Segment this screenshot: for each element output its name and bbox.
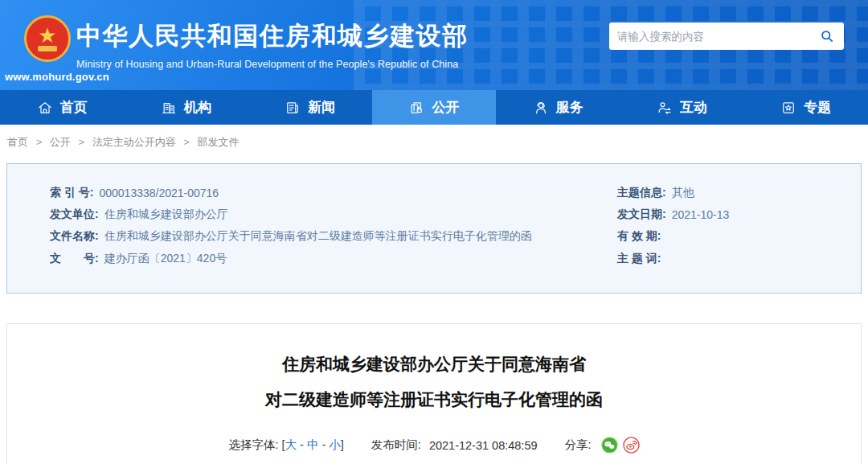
meta-value: 住房和城乡建设部办公厅	[104, 207, 228, 222]
meta-value: 建办厅函〔2021〕420号	[104, 252, 227, 266]
nav-label: 新闻	[308, 98, 335, 117]
meta-value: 其他	[672, 186, 694, 200]
breadcrumb: 首页 > 公开 > 法定主动公开内容 > 部发文件	[7, 135, 240, 150]
site-title-cn: 中华人民共和国住房和城乡建设部	[76, 19, 469, 53]
bracket-close: ]	[341, 438, 344, 451]
news-icon	[285, 100, 301, 116]
search-box	[609, 23, 844, 50]
search-input[interactable]	[617, 31, 818, 43]
nav-item-news[interactable]: 新闻	[248, 90, 372, 125]
disclosure-icon	[408, 100, 424, 116]
nav-label: 专题	[804, 98, 831, 117]
home-icon	[37, 100, 53, 116]
service-icon	[533, 100, 549, 116]
meta-label: 文件名称:	[50, 229, 99, 244]
meta-row-keywords: 主 题 词:	[617, 248, 858, 269]
site-title-en: Ministry of Housing and Urban-Rural Deve…	[76, 59, 469, 70]
site-url: www.mohurd.gov.cn	[5, 71, 108, 83]
meta-value: 2021-10-13	[672, 208, 730, 221]
meta-label: 主 题 词:	[617, 252, 661, 266]
breadcrumb-separator: >	[36, 136, 43, 148]
nav-item-interaction[interactable]: 互动	[620, 90, 743, 125]
national-emblem-icon	[24, 15, 71, 62]
font-size-large[interactable]: 大	[285, 438, 297, 451]
font-size-selector: 选择字体: [大 - 中 - 小]	[228, 437, 343, 453]
meta-label: 有 效 期:	[617, 229, 661, 244]
interaction-icon	[657, 100, 673, 116]
meta-column-left: 索 引 号: 000013338/2021-00716 发文单位: 住房和城乡建…	[50, 182, 604, 270]
share-block: 分享:	[565, 437, 640, 454]
meta-column-right: 主题信息: 其他 发文日期: 2021-10-13 有 效 期: 主 题 词:	[617, 182, 858, 270]
meta-row-index-number: 索 引 号: 000013338/2021-00716	[50, 182, 604, 203]
meta-row-issuing-unit: 发文单位: 住房和城乡建设部办公厅	[50, 203, 604, 225]
meta-row-issue-date: 发文日期: 2021-10-13	[617, 203, 858, 225]
article-meta-row: 选择字体: [大 - 中 - 小] 发布时间: 2021-12-31 08:48…	[7, 437, 861, 454]
breadcrumb-disclosure[interactable]: 公开	[50, 136, 71, 148]
publish-time-label: 发布时间:	[371, 437, 424, 453]
breadcrumb-home[interactable]: 首页	[7, 136, 28, 148]
font-size-options: [大 - 中 - 小]	[281, 437, 343, 453]
meta-label: 发文单位:	[50, 207, 99, 222]
nav-item-organization[interactable]: 机构	[124, 90, 248, 125]
font-selector-label: 选择字体:	[228, 437, 281, 453]
breadcrumb-ministry-documents[interactable]: 部发文件	[198, 136, 240, 148]
document-meta-box: 索 引 号: 000013338/2021-00716 发文单位: 住房和城乡建…	[6, 163, 862, 294]
nav-label: 互动	[680, 98, 707, 117]
topics-icon	[780, 100, 796, 116]
breadcrumb-separator: >	[183, 136, 190, 148]
nav-item-home[interactable]: 首页	[0, 90, 124, 125]
breadcrumb-separator: >	[78, 136, 84, 148]
site-title-block: 中华人民共和国住房和城乡建设部 Ministry of Housing and …	[76, 19, 469, 70]
article-title-line1: 住房和城乡建设部办公厅关于同意海南省	[7, 347, 861, 382]
meta-label: 发文日期:	[617, 207, 666, 222]
organization-icon	[161, 100, 177, 116]
share-label: 分享:	[565, 437, 595, 453]
nav-label: 服务	[556, 98, 583, 117]
share-icons	[601, 437, 640, 454]
meta-label: 文 号:	[50, 252, 99, 266]
meta-label: 索 引 号:	[50, 186, 93, 200]
article-box: 住房和城乡建设部办公厅关于同意海南省 对二级建造师等注册证书实行电子化管理的函 …	[6, 323, 862, 464]
nav-label: 公开	[432, 98, 459, 117]
font-size-medium[interactable]: 中	[307, 438, 319, 451]
meta-row-document-number: 文 号: 建办厅函〔2021〕420号	[50, 248, 604, 269]
nav-item-topics[interactable]: 专题	[744, 90, 868, 125]
wechat-share-icon[interactable]	[601, 437, 618, 454]
breadcrumb-statutory-content[interactable]: 法定主动公开内容	[92, 136, 176, 148]
nav-item-disclosure[interactable]: 公开	[372, 90, 496, 125]
font-size-separator: -	[297, 438, 307, 451]
weibo-share-icon[interactable]	[623, 437, 640, 454]
search-icon[interactable]	[818, 27, 836, 45]
meta-row-document-name: 文件名称: 住房和城乡建设部办公厅关于同意海南省对二级建造师等注册证书实行电子化…	[50, 226, 604, 248]
nav-label: 首页	[60, 98, 88, 117]
main-nav: 首页 机构 新闻 公开 服务 互动	[0, 90, 868, 125]
meta-row-validity: 有 效 期:	[617, 226, 858, 248]
site-header: www.mohurd.gov.cn 中华人民共和国住房和城乡建设部 Minist…	[0, 0, 868, 90]
font-size-small[interactable]: 小	[329, 438, 341, 451]
article-title: 住房和城乡建设部办公厅关于同意海南省 对二级建造师等注册证书实行电子化管理的函	[7, 347, 861, 417]
meta-value: 住房和城乡建设部办公厅关于同意海南省对二级建造师等注册证书实行电子化管理的函	[104, 229, 532, 244]
nav-label: 机构	[184, 98, 211, 117]
publish-time: 发布时间: 2021-12-31 08:48:59	[371, 437, 538, 453]
font-size-separator: -	[318, 438, 329, 451]
article-title-line2: 对二级建造师等注册证书实行电子化管理的函	[7, 382, 861, 417]
meta-label: 主题信息:	[617, 186, 666, 200]
meta-value: 000013338/2021-00716	[99, 187, 219, 199]
publish-time-value: 2021-12-31 08:48:59	[429, 439, 538, 452]
nav-item-service[interactable]: 服务	[496, 90, 620, 125]
meta-row-topic-info: 主题信息: 其他	[617, 182, 858, 203]
